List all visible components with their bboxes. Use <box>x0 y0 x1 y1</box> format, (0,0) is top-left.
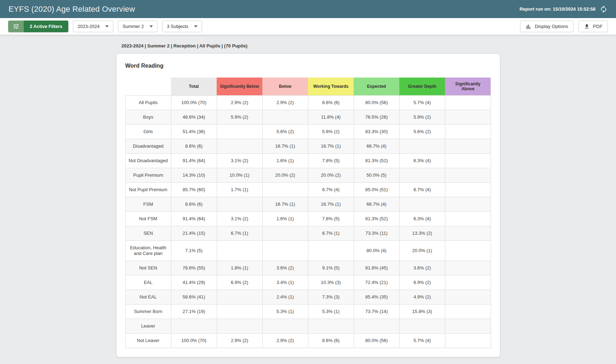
row-label: FSM <box>125 197 171 211</box>
table-row: FSM8.6% (6)16.7% (1)16.7% (1)66.7% (4) <box>125 197 491 211</box>
year-dropdown[interactable]: 2023-2024 <box>73 21 113 32</box>
column-header-greater-depth: Greater Depth <box>399 78 445 95</box>
data-cell-significantly-above <box>445 226 491 240</box>
data-cell-greater-depth <box>399 319 445 333</box>
data-cell-working-towards: 7.8% (5) <box>308 153 354 168</box>
table-row: Not Disadvantaged91.4% (64)3.1% (2)1.6% … <box>125 153 491 168</box>
data-cell-total: 8.6% (6) <box>171 197 217 211</box>
data-cell-greater-depth: 15.8% (3) <box>399 304 445 319</box>
data-cell-significantly-above <box>445 304 491 319</box>
row-label: Not SEN <box>125 261 171 275</box>
table-row: EAL41.4% (29)6.9% (2)3.4% (1)10.3% (3)72… <box>125 275 491 290</box>
data-cell-total: 41.4% (29) <box>171 275 217 290</box>
data-cell-expected: 80.0% (56) <box>354 95 399 110</box>
data-cell-significantly-below: 2.9% (2) <box>217 333 262 348</box>
data-cell-below: 3.4% (1) <box>262 275 308 290</box>
data-cell-below: 16.7% (1) <box>262 197 308 211</box>
data-cell-significantly-below <box>217 319 262 333</box>
column-header-working-towards: Working Towards <box>308 78 354 95</box>
data-cell-expected: 72.4% (21) <box>354 275 399 290</box>
term-dropdown[interactable]: Summer 2 <box>118 21 158 32</box>
data-cell-significantly-below: 1.8% (1) <box>217 261 262 275</box>
data-cell-expected: 85.0% (51) <box>354 182 399 197</box>
data-cell-greater-depth: 5.7% (4) <box>399 95 445 110</box>
data-cell-below: 2.9% (2) <box>262 95 308 110</box>
display-options-label: Display Options <box>535 24 568 29</box>
data-cell-significantly-below <box>217 304 262 319</box>
data-cell-greater-depth: 4.9% (2) <box>399 290 445 304</box>
data-cell-expected <box>354 319 399 333</box>
data-cell-total: 85.7% (60) <box>171 182 217 197</box>
data-cell-working-towards: 11.8% (4) <box>308 110 354 124</box>
table-body: All Pupils100.0% (70)2.9% (2)2.9% (2)8.6… <box>125 95 491 348</box>
data-cell-expected: 73.7% (14) <box>354 304 399 319</box>
data-cell-working-towards: 5.6% (2) <box>308 124 354 139</box>
column-header-significantly-above: Significantly Above <box>445 78 491 95</box>
year-dropdown-value: 2023-2024 <box>78 24 99 29</box>
data-cell-working-towards: 5.3% (1) <box>308 304 354 319</box>
data-cell-greater-depth: 3.6% (2) <box>399 261 445 275</box>
data-cell-total: 58.6% (41) <box>171 290 217 304</box>
row-label: Education, Health and Care plan <box>125 240 171 261</box>
data-cell-expected: 81.3% (52) <box>354 211 399 226</box>
table-row: Boys48.6% (34)5.9% (2)11.8% (4)76.5% (26… <box>125 110 491 124</box>
pdf-button[interactable]: PDF <box>578 21 608 32</box>
data-cell-significantly-above <box>445 168 491 182</box>
data-cell-working-towards: 6.7% (1) <box>308 226 354 240</box>
row-label: EAL <box>125 275 171 290</box>
row-label: Not FSM <box>125 211 171 226</box>
data-cell-expected: 50.0% (5) <box>354 168 399 182</box>
data-cell-working-towards: 8.6% (6) <box>308 95 354 110</box>
table-row: Not EAL58.6% (41)2.4% (1)7.3% (3)85.4% (… <box>125 290 491 304</box>
results-table: TotalSignificantly BelowBelowWorking Tow… <box>125 78 491 348</box>
data-cell-working-towards: 16.7% (1) <box>308 139 354 153</box>
data-cell-expected: 80.0% (4) <box>354 240 399 261</box>
data-cell-below <box>262 319 308 333</box>
refresh-icon[interactable] <box>600 5 608 13</box>
table-row: Not SEN78.6% (55)1.8% (1)3.6% (2)9.1% (5… <box>125 261 491 275</box>
active-filters-label: 2 Active Filters <box>24 21 68 32</box>
data-cell-below: 5.3% (1) <box>262 304 308 319</box>
active-filters-button[interactable]: 2 Active Filters <box>8 21 68 32</box>
data-cell-significantly-below <box>217 197 262 211</box>
data-cell-significantly-above <box>445 319 491 333</box>
column-header-significantly-below: Significantly Below <box>217 78 262 95</box>
table-row: Leaver <box>125 319 491 333</box>
data-cell-greater-depth <box>399 168 445 182</box>
data-cell-total: 91.4% (64) <box>171 211 217 226</box>
filter-toolbar: 2 Active Filters 2023-2024 Summer 2 3 Su… <box>0 18 616 35</box>
data-cell-greater-depth: 5.6% (2) <box>399 124 445 139</box>
display-options-button[interactable]: Display Options <box>520 21 574 32</box>
data-cell-significantly-above <box>445 333 491 348</box>
row-label: Disadvantaged <box>125 139 171 153</box>
row-label: Not Disadvantaged <box>125 153 171 168</box>
subjects-dropdown[interactable]: 3 Subjects <box>162 21 202 32</box>
table-row: Not FSM91.4% (64)3.1% (2)1.6% (1)7.8% (5… <box>125 211 491 226</box>
data-cell-significantly-below: 5.9% (2) <box>217 110 262 124</box>
data-cell-greater-depth: 5.7% (4) <box>399 333 445 348</box>
table-row: Pupil Premium14.3% (10)10.0% (1)20.0% (2… <box>125 168 491 182</box>
column-header-below: Below <box>262 78 308 95</box>
row-label: Girls <box>125 124 171 139</box>
data-cell-significantly-above <box>445 124 491 139</box>
data-cell-below <box>262 110 308 124</box>
data-cell-significantly-below: 2.9% (2) <box>217 95 262 110</box>
data-cell-total: 8.6% (6) <box>171 139 217 153</box>
data-cell-significantly-below: 3.1% (2) <box>217 211 262 226</box>
bar-chart-icon <box>525 23 531 29</box>
data-cell-significantly-above <box>445 182 491 197</box>
data-cell-working-towards: 8.6% (6) <box>308 333 354 348</box>
subjects-dropdown-value: 3 Subjects <box>167 24 188 29</box>
data-cell-working-towards <box>308 319 354 333</box>
data-cell-expected: 85.4% (35) <box>354 290 399 304</box>
data-cell-significantly-below: 1.7% (1) <box>217 182 262 197</box>
breadcrumb: 2023-2024 | Summer 2 | Reception | All P… <box>121 43 616 49</box>
row-label: SEN <box>125 226 171 240</box>
data-cell-significantly-below <box>217 240 262 261</box>
download-icon <box>584 23 590 29</box>
chevron-down-icon <box>105 25 109 27</box>
data-cell-total: 27.1% (19) <box>171 304 217 319</box>
data-cell-below: 1.6% (1) <box>262 153 308 168</box>
table-row: Summer Born27.1% (19)5.3% (1)5.3% (1)73.… <box>125 304 491 319</box>
data-cell-significantly-above <box>445 275 491 290</box>
